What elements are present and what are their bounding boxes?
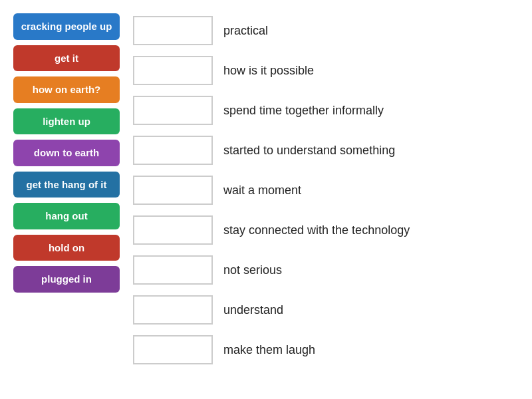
phrase-btn-how-on-earth[interactable]: how on earth? (13, 76, 120, 103)
phrase-btn-hang-out[interactable]: hang out (13, 203, 120, 229)
definition-text-def-7: not serious (223, 263, 282, 277)
phrase-btn-cracking-people-up[interactable]: cracking people up (13, 13, 120, 40)
answer-box-def-8[interactable] (133, 295, 213, 325)
answer-box-def-2[interactable] (133, 56, 213, 85)
definition-text-def-5: wait a moment (223, 184, 301, 198)
definition-text-def-8: understand (223, 303, 283, 317)
answer-box-def-9[interactable] (133, 335, 213, 364)
phrase-btn-hold-on[interactable]: hold on (13, 235, 120, 261)
answer-box-def-5[interactable] (133, 176, 213, 205)
definition-text-def-9: make them laugh (223, 343, 315, 357)
match-row-def-8: understand (133, 293, 519, 327)
phrase-btn-plugged-in[interactable]: plugged in (13, 266, 120, 293)
definition-text-def-6: stay connected with the technology (223, 223, 410, 237)
phrase-btn-get-the-hang-of-it[interactable]: get the hang of it (13, 172, 120, 198)
definition-text-def-3: spend time together informally (223, 104, 384, 118)
match-row-def-2: how is it possible (133, 53, 519, 88)
match-row-def-1: practical (133, 13, 519, 48)
definitions-column: practicalhow is it possiblespend time to… (133, 13, 519, 386)
phrase-btn-down-to-earth[interactable]: down to earth (13, 140, 120, 166)
phrase-btn-get-it[interactable]: get it (13, 45, 120, 72)
answer-box-def-3[interactable] (133, 96, 213, 125)
phrase-btn-lighten-up[interactable]: lighten up (13, 108, 120, 135)
answer-box-def-4[interactable] (133, 136, 213, 165)
definition-text-def-4: started to understand something (223, 144, 395, 158)
answer-box-def-1[interactable] (133, 16, 213, 45)
phrases-column: cracking people upget ithow on earth?lig… (13, 13, 120, 386)
match-row-def-3: spend time together informally (133, 93, 519, 128)
match-row-def-5: wait a moment (133, 173, 519, 207)
definition-text-def-1: practical (223, 24, 268, 38)
answer-box-def-6[interactable] (133, 215, 213, 245)
answer-box-def-7[interactable] (133, 255, 213, 285)
match-row-def-9: make them laugh (133, 332, 519, 367)
match-row-def-4: started to understand something (133, 133, 519, 168)
definition-text-def-2: how is it possible (223, 64, 314, 78)
match-row-def-7: not serious (133, 253, 519, 287)
match-row-def-6: stay connected with the technology (133, 213, 519, 247)
